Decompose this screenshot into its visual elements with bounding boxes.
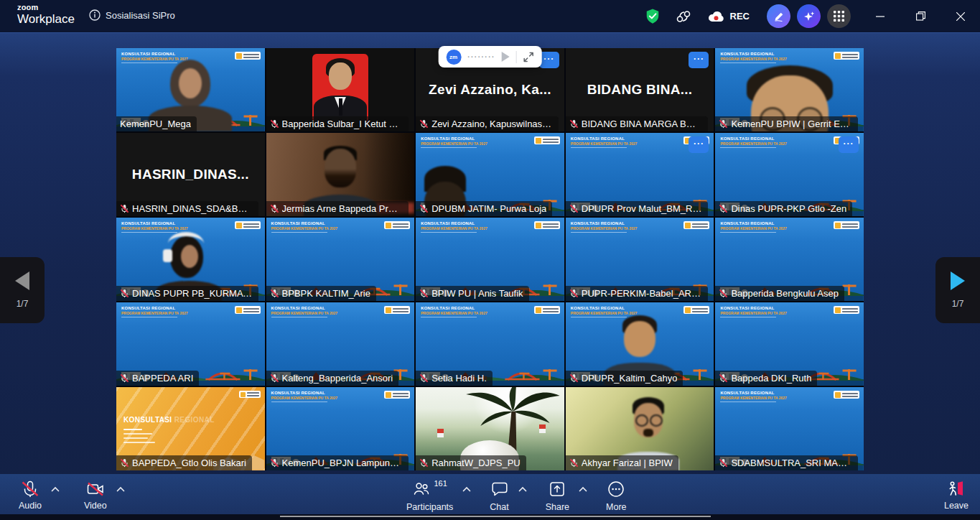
minimize-button[interactable] <box>869 6 891 27</box>
leave-button[interactable]: Leave <box>944 480 969 511</box>
close-button[interactable] <box>950 6 971 27</box>
participant-name-text: Zevi Azzaino, Kapuswilnas BPI... <box>431 119 552 129</box>
security-shield-icon[interactable] <box>645 8 661 25</box>
participants-options-chevron[interactable] <box>462 486 471 492</box>
share-screen-icon <box>548 480 566 498</box>
brand-workplace: Workplace <box>17 13 75 25</box>
vbg-title-text: KONSULTASI REGIONAL <box>121 306 188 310</box>
participant-name-label: BPIW PU | Anis Taufik <box>416 286 528 301</box>
participant-name-label: Setia Hadi H. <box>416 371 493 386</box>
meeting-stage: KONSULTASI REGIONAL PROGRAM KEMENTERIAN … <box>0 32 980 515</box>
vbg-header: KONSULTASI REGIONAL PROGRAM KEMENTERIAN … <box>720 391 787 402</box>
participant-name-text: BAPPEDA_Gtlo Olis Bakari <box>132 458 246 468</box>
participant-tile[interactable]: KONSULTASI REGIONAL PROGRAM KEMENTERIAN … <box>116 387 265 470</box>
recording-indicator[interactable]: REC <box>706 9 750 24</box>
apps-grid-button[interactable] <box>827 4 851 28</box>
tile-options-button[interactable]: ··· <box>539 52 559 68</box>
participant-name-label: DINAS PUPR PB_KURMAWATI <box>116 286 258 301</box>
participant-tile[interactable]: KONSULTASI REGIONAL PROGRAM KEMENTERIAN … <box>416 302 564 386</box>
vbg-title-text: KONSULTASI REGIONAL <box>571 136 638 141</box>
participant-tile[interactable]: KONSULTASI REGIONAL PROGRAM KEMENTERIAN … <box>566 133 714 216</box>
participant-tile[interactable]: KONSULTASI REGIONAL PROGRAM KEMENTERIAN … <box>116 302 265 386</box>
vbg-title-text: KONSULTASI REGIONAL <box>421 221 487 226</box>
annotate-pen-button[interactable] <box>767 4 790 28</box>
more-button[interactable]: More <box>606 480 626 512</box>
participant-name-text: Jermias Arne Bappeda Prov.PB <box>282 203 403 214</box>
muted-mic-icon <box>120 289 129 298</box>
expand-icon[interactable] <box>523 52 534 62</box>
audio-options-chevron[interactable] <box>51 486 60 492</box>
share-button[interactable]: Share <box>546 480 569 512</box>
participant-tile[interactable]: KONSULTASI REGIONAL PROGRAM KEMENTERIAN … <box>416 218 564 301</box>
participant-name-label: RahmatW_DJPS_PU <box>416 455 526 470</box>
zoom-workplace-logo: zoom Workplace <box>17 4 75 25</box>
audio-button[interactable]: Audio <box>19 480 42 511</box>
vbg-subtitle-text: PROGRAM KEMENTERIAN PU TA 2027 <box>720 226 787 231</box>
participant-tile[interactable]: KONSULTASI REGIONAL PROGRAM KEMENTERIAN … <box>416 387 564 470</box>
video-options-chevron[interactable] <box>116 486 125 492</box>
brand-zoom: zoom <box>17 4 75 11</box>
ministry-pu-logo <box>683 221 709 229</box>
participant-name-text: BAPPEDA ARI <box>132 373 193 384</box>
participant-name-label: Jermias Arne Bappeda Prov.PB <box>266 201 409 216</box>
participant-tile[interactable]: KONSULTASI REGIONAL PROGRAM KEMENTERIAN … <box>116 133 265 216</box>
slide-bullet-lines <box>123 429 155 446</box>
participant-tile[interactable]: KONSULTASI REGIONAL PROGRAM KEMENTERIAN … <box>266 302 415 386</box>
share-options-chevron[interactable] <box>579 486 587 492</box>
muted-mic-icon <box>419 119 429 129</box>
vbg-rule <box>720 317 776 317</box>
muted-mic-icon <box>270 373 279 383</box>
muted-mic-icon <box>569 458 579 468</box>
ai-companion-button[interactable] <box>797 4 821 28</box>
participant-tile[interactable]: KONSULTASI REGIONAL PROGRAM KEMENTERIAN … <box>566 218 714 301</box>
chat-button[interactable]: Chat <box>490 480 508 512</box>
participant-tile[interactable]: KONSULTASI REGIONAL PROGRAM KEMENTERIAN … <box>266 48 415 131</box>
participant-tile[interactable]: KONSULTASI REGIONAL PROGRAM KEMENTERIAN … <box>266 133 415 216</box>
vbg-title-text: KONSULTASI REGIONAL <box>571 221 638 226</box>
indonesian-flag <box>539 424 546 433</box>
vbg-title-text: KONSULTASI REGIONAL <box>271 391 338 395</box>
participant-tile[interactable]: KONSULTASI REGIONAL PROGRAM KEMENTERIAN … <box>715 218 864 301</box>
participant-tile[interactable]: KONSULTASI REGIONAL PROGRAM KEMENTERIAN … <box>416 133 564 216</box>
tile-options-button[interactable]: ··· <box>689 52 709 68</box>
play-button[interactable] <box>502 52 510 62</box>
participant-tile[interactable]: KONSULTASI REGIONAL PROGRAM KEMENTERIAN … <box>566 48 714 131</box>
participant-tile[interactable]: KONSULTASI REGIONAL PROGRAM KEMENTERIAN … <box>715 302 864 386</box>
prev-arrow-icon <box>15 271 29 290</box>
video-muted-icon <box>86 480 105 498</box>
tile-options-button[interactable]: ··· <box>839 136 859 153</box>
vbg-title-text: KONSULTASI REGIONAL <box>720 306 787 310</box>
tile-options-button[interactable]: ··· <box>689 136 709 153</box>
vbg-subtitle-text: PROGRAM KEMENTERIAN PU TA 2027 <box>720 141 787 146</box>
muted-mic-icon <box>719 119 728 129</box>
restore-button[interactable] <box>910 6 931 27</box>
muted-mic-icon <box>569 119 579 129</box>
huddle-icon[interactable] <box>675 9 692 24</box>
participants-count: 161 <box>434 479 447 488</box>
participant-tile[interactable]: KONSULTASI REGIONAL PROGRAM KEMENTERIAN … <box>266 218 415 301</box>
ministry-pu-logo <box>834 221 859 229</box>
floating-player-pill[interactable]: zm ········ <box>438 46 542 68</box>
participant-tile[interactable]: KONSULTASI REGIONAL PROGRAM KEMENTERIAN … <box>566 302 714 386</box>
meeting-info[interactable]: Sosialisasi SiPro <box>89 9 175 21</box>
participant-tile[interactable]: KONSULTASI REGIONAL PROGRAM KEMENTERIAN … <box>116 218 265 301</box>
participant-tile[interactable]: KONSULTASI REGIONAL PROGRAM KEMENTERIAN … <box>715 48 864 131</box>
chat-options-chevron[interactable] <box>518 486 527 492</box>
vbg-subtitle-text: PROGRAM KEMENTERIAN PU TA 2027 <box>720 311 787 315</box>
participant-tile[interactable]: KONSULTASI REGIONAL PROGRAM KEMENTERIAN … <box>715 387 864 470</box>
participant-tile[interactable]: KONSULTASI REGIONAL PROGRAM KEMENTERIAN … <box>266 387 415 470</box>
participants-button[interactable]: 161 Participants <box>406 480 453 512</box>
participant-tile[interactable]: KONSULTASI REGIONAL PROGRAM KEMENTERIAN … <box>116 48 265 131</box>
video-button[interactable]: Video <box>84 480 107 511</box>
participant-tile[interactable]: KONSULTASI REGIONAL PROGRAM KEMENTERIAN … <box>566 387 714 470</box>
vbg-subtitle-text: PROGRAM KEMENTERIAN PU TA 2027 <box>271 396 338 400</box>
participant-name-text: DPUPR Prov Malut_BM_Rizky <box>582 203 702 214</box>
gallery-prev-button[interactable]: 1/7 <box>0 257 45 323</box>
vbg-header: KONSULTASI REGIONAL PROGRAM KEMENTERIAN … <box>720 136 787 148</box>
participant-name-label: KemenPU_BPJN Lampung_Siti ... <box>266 455 409 470</box>
gallery-next-button[interactable]: 1/7 <box>935 257 980 323</box>
chat-icon <box>490 480 509 498</box>
participant-tile[interactable]: KONSULTASI REGIONAL PROGRAM KEMENTERIAN … <box>715 133 864 216</box>
vbg-rule <box>720 232 776 233</box>
vbg-header: KONSULTASI REGIONAL PROGRAM KEMENTERIAN … <box>271 306 338 317</box>
